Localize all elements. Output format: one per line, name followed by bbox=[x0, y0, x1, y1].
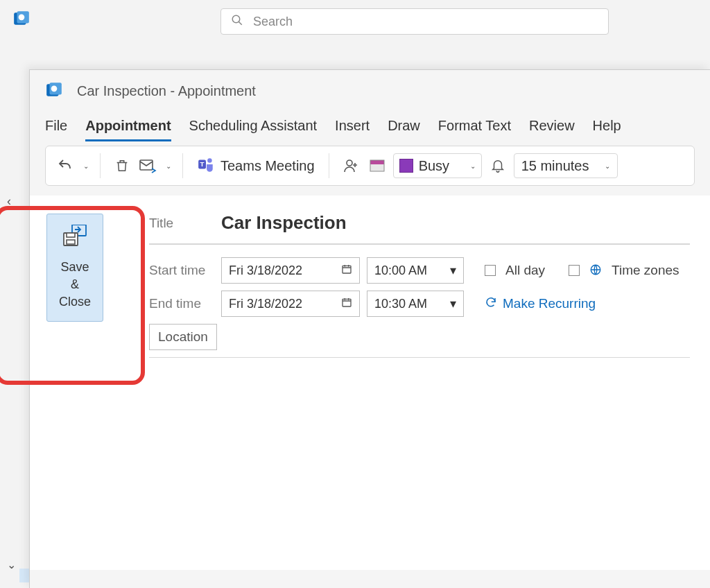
undo-dropdown[interactable]: ⌄ bbox=[83, 162, 89, 170]
window-tabs: File Appointment Scheduling Assistant In… bbox=[30, 104, 710, 141]
collapse-chevron-left[interactable]: ‹ bbox=[7, 194, 11, 209]
busy-color-swatch bbox=[399, 159, 413, 173]
ribbon-separator-3 bbox=[329, 153, 329, 178]
end-time-value: 10:30 AM bbox=[374, 297, 427, 311]
tab-help[interactable]: Help bbox=[593, 118, 621, 141]
save-close-icon bbox=[62, 225, 87, 252]
svg-point-10 bbox=[207, 158, 212, 163]
chevron-down-icon: ▾ bbox=[450, 296, 456, 311]
reminder-dropdown-arrow: ⌄ bbox=[605, 162, 610, 170]
title-underline bbox=[149, 243, 690, 245]
recurring-icon bbox=[485, 296, 497, 312]
globe-icon bbox=[589, 263, 602, 278]
svg-rect-19 bbox=[67, 240, 75, 244]
svg-text:T: T bbox=[200, 160, 205, 168]
ribbon-separator-2 bbox=[182, 153, 183, 178]
location-label: Location bbox=[158, 329, 208, 345]
ribbon-separator bbox=[100, 153, 101, 178]
svg-rect-13 bbox=[370, 160, 384, 164]
start-time-value: 10:00 AM bbox=[374, 263, 427, 278]
window-title: Car Inspection - Appointment bbox=[77, 83, 256, 99]
svg-rect-8 bbox=[140, 160, 153, 170]
busy-dropdown-arrow: ⌄ bbox=[470, 162, 476, 170]
all-day-label: All day bbox=[505, 263, 545, 278]
all-day-checkbox[interactable] bbox=[485, 265, 496, 276]
forward-dropdown[interactable]: ⌄ bbox=[166, 162, 171, 170]
svg-rect-20 bbox=[343, 266, 351, 273]
search-icon bbox=[231, 14, 243, 30]
teams-meeting-label: Teams Meeting bbox=[220, 158, 315, 174]
outlook-app-icon bbox=[12, 10, 31, 30]
location-underline bbox=[149, 357, 690, 358]
time-zones-label: Time zones bbox=[612, 263, 679, 278]
invite-attendees-button[interactable] bbox=[340, 155, 361, 176]
delete-button[interactable] bbox=[112, 155, 132, 176]
show-as-picker[interactable] bbox=[367, 155, 388, 176]
svg-point-2 bbox=[19, 15, 25, 21]
teams-meeting-button[interactable]: T Teams Meeting bbox=[194, 153, 318, 180]
window-titlebar: Car Inspection - Appointment bbox=[30, 70, 710, 104]
undo-button[interactable] bbox=[54, 155, 76, 177]
svg-rect-22 bbox=[343, 299, 351, 306]
start-time-input[interactable]: 10:00 AM ▾ bbox=[367, 257, 464, 284]
tab-review[interactable]: Review bbox=[529, 118, 575, 141]
calendar-icon bbox=[341, 297, 352, 311]
search-placeholder: Search bbox=[253, 15, 293, 29]
make-recurring-link[interactable]: Make Recurring bbox=[485, 296, 596, 312]
show-as-select[interactable]: Busy ⌄ bbox=[393, 153, 482, 178]
svg-rect-18 bbox=[67, 233, 75, 237]
svg-point-3 bbox=[232, 15, 240, 23]
start-time-label: Start time bbox=[149, 263, 214, 278]
appointment-body: Save & Close Title Start time Fri 3/18/2… bbox=[30, 196, 710, 570]
appointment-window: Car Inspection - Appointment File Appoin… bbox=[29, 69, 710, 588]
time-zones-checkbox[interactable] bbox=[569, 265, 580, 276]
title-label: Title bbox=[149, 216, 214, 231]
start-date-value: Fri 3/18/2022 bbox=[229, 263, 302, 278]
background-search-input[interactable]: Search bbox=[220, 8, 609, 35]
tab-scheduling-assistant[interactable]: Scheduling Assistant bbox=[189, 118, 318, 141]
teams-icon: T bbox=[197, 155, 215, 177]
end-time-label: End time bbox=[149, 296, 214, 311]
start-date-input[interactable]: Fri 3/18/2022 bbox=[221, 257, 360, 284]
end-date-value: Fri 3/18/2022 bbox=[229, 297, 302, 311]
reminder-value: 15 minutes bbox=[521, 158, 589, 174]
make-recurring-label: Make Recurring bbox=[503, 296, 596, 311]
chevron-down-icon: ▾ bbox=[450, 263, 456, 278]
ribbon-toolbar: ⌄ ⌄ T Teams Meeting Busy ⌄ bbox=[45, 146, 695, 186]
svg-point-12 bbox=[347, 160, 352, 166]
end-date-input[interactable]: Fri 3/18/2022 bbox=[221, 291, 360, 317]
nav-chevron-down[interactable]: ⌄ bbox=[7, 558, 16, 571]
outlook-window-icon bbox=[45, 81, 63, 101]
reminder-bell-icon[interactable] bbox=[487, 155, 508, 176]
save-close-label: Save & Close bbox=[59, 259, 91, 311]
tab-insert[interactable]: Insert bbox=[335, 118, 370, 141]
busy-label: Busy bbox=[419, 158, 449, 174]
reminder-select[interactable]: 15 minutes ⌄ bbox=[514, 153, 618, 178]
svg-line-4 bbox=[239, 21, 242, 25]
location-button[interactable]: Location bbox=[149, 324, 217, 350]
tab-appointment[interactable]: Appointment bbox=[85, 118, 171, 141]
forward-button[interactable] bbox=[138, 155, 159, 176]
svg-rect-14 bbox=[370, 164, 384, 171]
end-time-input[interactable]: 10:30 AM ▾ bbox=[367, 291, 464, 317]
tab-draw[interactable]: Draw bbox=[388, 118, 420, 141]
title-input[interactable] bbox=[221, 209, 707, 236]
tab-format-text[interactable]: Format Text bbox=[438, 118, 511, 141]
save-and-close-button[interactable]: Save & Close bbox=[46, 214, 103, 322]
svg-point-7 bbox=[51, 86, 58, 92]
tab-file[interactable]: File bbox=[45, 118, 67, 141]
calendar-icon bbox=[341, 263, 352, 278]
